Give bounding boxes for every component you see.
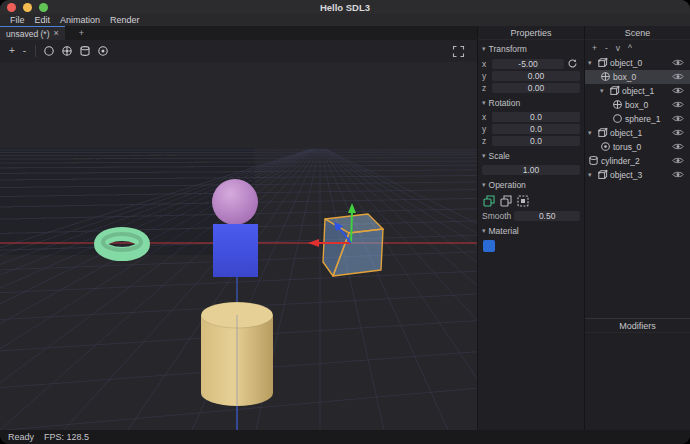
menubar: File Edit Animation Render xyxy=(0,14,690,26)
op-intersect-icon[interactable] xyxy=(517,194,530,207)
expand-icon[interactable]: ▾ xyxy=(588,59,597,67)
tab-unsaved[interactable]: unsaved (*) × xyxy=(0,26,65,40)
sphere-icon xyxy=(612,113,625,124)
selected-cube-object[interactable] xyxy=(323,214,383,276)
rotation-y-input[interactable]: 0.0 xyxy=(492,124,580,134)
collapse-icon: ▾ xyxy=(482,181,486,189)
smooth-input[interactable]: 0.50 xyxy=(514,211,580,221)
visibility-icon[interactable] xyxy=(672,58,685,68)
scene-node-sphere_1[interactable]: sphere_1 xyxy=(585,112,690,126)
modifiers-title: Modifiers xyxy=(585,319,690,333)
menu-edit[interactable]: Edit xyxy=(35,15,51,25)
tab-close-icon[interactable]: × xyxy=(53,29,58,38)
scale-section-header[interactable]: ▾ Scale xyxy=(482,151,580,161)
material-section-header[interactable]: ▾ Material xyxy=(482,226,580,236)
sphere-object[interactable] xyxy=(212,179,258,225)
scene-node-box_0[interactable]: box_0 xyxy=(585,70,690,84)
group-icon xyxy=(597,169,610,180)
add-cylinder-icon[interactable] xyxy=(77,43,92,59)
scene-node-object_3[interactable]: ▾object_3 xyxy=(585,168,690,182)
scene-node-label: object_0 xyxy=(610,58,642,68)
transform-y-row: y 0.00 xyxy=(482,71,580,81)
scene-move-up-button[interactable]: ^ xyxy=(628,44,632,53)
smooth-row: Smooth 0.50 xyxy=(482,211,580,221)
visibility-icon[interactable] xyxy=(672,114,685,124)
add-sphere-icon[interactable] xyxy=(41,43,56,59)
cylinder-icon xyxy=(588,155,601,166)
collapse-icon: ▾ xyxy=(482,227,486,235)
rotation-section-header[interactable]: ▾ Rotation xyxy=(482,98,580,108)
remove-object-button[interactable]: - xyxy=(19,46,30,56)
scene-add-button[interactable]: + xyxy=(592,44,597,53)
reset-icon[interactable] xyxy=(567,58,580,69)
scene-title: Scene xyxy=(585,26,690,40)
expand-icon[interactable]: ▾ xyxy=(600,87,609,95)
modifiers-panel: Modifiers xyxy=(585,318,690,430)
group-icon xyxy=(597,57,610,68)
scene-node-object_1[interactable]: ▾object_1 xyxy=(585,126,690,140)
visibility-icon[interactable] xyxy=(672,170,685,180)
group-icon xyxy=(597,127,610,138)
scene-node-label: box_0 xyxy=(613,72,636,82)
properties-panel: Properties ▾ Transform x -5.00 y 0.00 xyxy=(477,26,584,430)
rotation-x-input[interactable]: 0.0 xyxy=(492,112,580,122)
menu-render[interactable]: Render xyxy=(110,15,140,25)
scene-node-cylinder_2[interactable]: cylinder_2 xyxy=(585,154,690,168)
add-object-button[interactable]: + xyxy=(5,46,19,56)
viewport-3d[interactable] xyxy=(0,62,477,430)
transform-section-header[interactable]: ▾ Transform xyxy=(482,44,580,54)
transform-x-input[interactable]: -5.00 xyxy=(492,59,564,69)
visibility-icon[interactable] xyxy=(672,156,685,166)
new-tab-button[interactable]: + xyxy=(79,26,84,40)
rotation-x-row: x 0.0 xyxy=(482,112,580,122)
cylinder-object[interactable] xyxy=(201,302,273,430)
viewport-toolbar: + - xyxy=(0,40,477,62)
add-torus-icon[interactable] xyxy=(95,43,110,59)
titlebar: Hello SDL3 xyxy=(0,0,690,14)
shape-tools xyxy=(41,43,110,59)
scale-input[interactable]: 1.00 xyxy=(482,165,580,175)
expand-icon[interactable]: ▾ xyxy=(588,171,597,179)
transform-x-row: x -5.00 xyxy=(482,58,580,69)
status-ready: Ready xyxy=(8,432,34,442)
scene-node-torus_0[interactable]: torus_0 xyxy=(585,140,690,154)
operation-tools xyxy=(483,194,580,207)
op-difference-icon[interactable] xyxy=(500,194,513,207)
blue-cube-object[interactable] xyxy=(213,224,258,277)
menu-file[interactable]: File xyxy=(10,15,25,25)
menu-animation[interactable]: Animation xyxy=(60,15,100,25)
box-icon xyxy=(600,71,613,82)
scene-node-object_0[interactable]: ▾object_0 xyxy=(585,56,690,70)
transform-z-input[interactable]: 0.00 xyxy=(492,83,580,93)
scene-panel: Scene + - v ^ ▾object_0box_0▾object_1box… xyxy=(585,26,690,318)
visibility-icon[interactable] xyxy=(672,72,685,82)
scene-remove-button[interactable]: - xyxy=(605,44,608,53)
op-union-icon[interactable] xyxy=(483,194,496,207)
rotation-z-input[interactable]: 0.0 xyxy=(492,136,580,146)
scene-node-label: sphere_1 xyxy=(625,114,660,124)
visibility-icon[interactable] xyxy=(672,100,685,110)
app-window: Hello SDL3 File Edit Animation Render un… xyxy=(0,0,690,444)
tab-label: unsaved (*) xyxy=(6,29,49,39)
add-box-icon[interactable] xyxy=(59,43,74,59)
scene-node-object_1[interactable]: ▾object_1 xyxy=(585,84,690,98)
toolbar-separator xyxy=(35,45,36,57)
status-fps: FPS: 128.5 xyxy=(44,432,89,442)
collapse-icon: ▾ xyxy=(482,152,486,160)
collapse-icon: ▾ xyxy=(482,45,486,53)
rotation-y-row: y 0.0 xyxy=(482,124,580,134)
fullscreen-icon[interactable] xyxy=(452,44,466,58)
operation-section-header[interactable]: ▾ Operation xyxy=(482,180,580,190)
scene-node-box_0[interactable]: box_0 xyxy=(585,98,690,112)
scene-move-down-button[interactable]: v xyxy=(616,44,620,53)
workspace: unsaved (*) × + + - xyxy=(0,26,690,430)
visibility-icon[interactable] xyxy=(672,128,685,138)
box-icon xyxy=(612,99,625,110)
material-color-swatch[interactable] xyxy=(483,240,495,252)
scene-node-label: box_0 xyxy=(625,100,648,110)
visibility-icon[interactable] xyxy=(672,86,685,96)
visibility-icon[interactable] xyxy=(672,142,685,152)
expand-icon[interactable]: ▾ xyxy=(588,129,597,137)
transform-y-input[interactable]: 0.00 xyxy=(492,71,580,81)
scene-node-label: object_3 xyxy=(610,170,642,180)
